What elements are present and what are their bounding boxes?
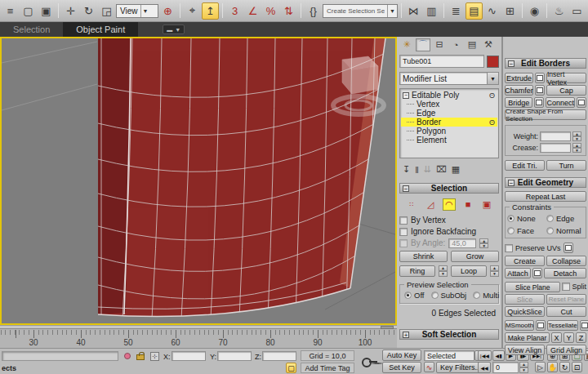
status-bulb-icon[interactable] [124, 353, 131, 359]
preview-subobj-radio[interactable]: SubObj [431, 291, 467, 300]
ring-button[interactable]: Ring [399, 265, 435, 277]
create-button[interactable]: Create [505, 256, 545, 266]
attach-button[interactable]: Attach [505, 268, 531, 278]
constraint-edge-radio[interactable]: Edge [546, 214, 574, 223]
bridge-settings-button[interactable] [534, 97, 544, 108]
align-icon[interactable]: ▥ [423, 2, 440, 20]
pan-icon[interactable]: ✋ [547, 362, 558, 372]
preview-multi-radio[interactable]: Multi [473, 291, 499, 300]
planar-y-button[interactable]: Y [564, 332, 574, 343]
constraint-normal-radio[interactable]: Normal [546, 226, 581, 235]
schematic-view-icon[interactable]: ⊞ [501, 2, 519, 20]
stack-item-polygon[interactable]: Polygon [401, 127, 497, 136]
selection-lock-icon[interactable] [136, 354, 145, 360]
layer-manager-icon[interactable]: ≣ [448, 2, 465, 20]
grow-button[interactable]: Grow [451, 251, 499, 262]
preserve-uvs-settings-button[interactable] [564, 243, 573, 253]
connect-settings-button[interactable] [577, 97, 586, 108]
rectangular-selection-region-icon[interactable]: ▢ [20, 2, 37, 20]
preview-off-radio[interactable]: Off [404, 291, 425, 300]
auto-key-button[interactable]: Auto Key [382, 350, 421, 361]
planar-z-button[interactable]: Z [576, 332, 586, 343]
snaps-toggle-3d-icon[interactable]: 3 [226, 2, 243, 20]
crease-spinner[interactable]: ▲▼ [572, 143, 581, 153]
ring-spinner[interactable]: ▲▼ [439, 265, 448, 277]
hierarchy-tab-icon[interactable]: ⊟ [432, 38, 447, 51]
track-bar-handle[interactable] [381, 326, 394, 329]
quickslice-button[interactable]: QuickSlice [505, 306, 545, 317]
polygon-mode-icon[interactable]: ■ [461, 198, 474, 211]
slice-button[interactable]: Slice [505, 294, 545, 305]
graphite-ribbon-toggle-icon[interactable]: ▤ [466, 2, 483, 20]
frame-spinner[interactable]: ▲▼ [519, 362, 528, 373]
reset-plane-button[interactable]: Reset Plane [546, 294, 586, 305]
select-and-manipulate-icon[interactable]: ⌖ [184, 2, 201, 20]
edit-named-selection-sets-icon[interactable]: {} [305, 2, 322, 20]
constraint-none-radio[interactable]: None [507, 214, 546, 223]
tessellate-settings-button[interactable] [580, 320, 588, 331]
motion-tab-icon[interactable]: ◔ [448, 38, 463, 51]
create-tab-icon[interactable]: ✳ [399, 38, 414, 51]
edit-tri-button[interactable]: Edit Tri. [505, 160, 545, 171]
field-of-view-icon[interactable]: ▷ [535, 362, 546, 372]
stack-item-element[interactable]: Element [401, 136, 497, 145]
loop-spinner[interactable]: ▲▼ [490, 265, 499, 277]
reference-coordinate-dropdown[interactable]: View ▼ [116, 4, 158, 18]
turn-button[interactable]: Turn [546, 160, 586, 171]
edge-mode-icon[interactable]: ◿ [424, 198, 437, 211]
orbit-icon[interactable]: ↻ [559, 362, 570, 372]
angle-snap-icon[interactable]: ∠ [244, 2, 261, 20]
y-coordinate-field[interactable] [217, 351, 252, 361]
absolute-offset-toggle-icon[interactable]: ⊹ [150, 352, 159, 361]
collapse-icon[interactable]: − [403, 92, 409, 99]
select-and-move-icon[interactable]: ✛ [62, 2, 79, 20]
show-end-result-icon[interactable]: ‖ [415, 165, 419, 175]
extrude-settings-button[interactable] [535, 73, 545, 83]
named-selection-set-dropdown[interactable]: Create Selection Se ▼ [323, 4, 398, 18]
border-mode-icon[interactable]: ◠ [443, 198, 456, 211]
repeat-last-button[interactable]: Repeat Last [505, 191, 586, 202]
soft-selection-rollout-header[interactable]: + Soft Selection [399, 329, 499, 340]
element-mode-icon[interactable]: ▣ [480, 198, 493, 211]
x-coordinate-field[interactable] [172, 351, 206, 361]
chamfer-button[interactable]: Chamfer [505, 85, 533, 96]
viewport-canvas[interactable] [2, 38, 395, 323]
previous-frame-icon[interactable]: ◀▮ [492, 350, 505, 361]
select-by-name-icon[interactable]: ≡ [2, 2, 19, 20]
make-unique-icon[interactable]: ⇊ [424, 164, 431, 175]
utilities-tab-icon[interactable]: ⚒ [481, 38, 496, 51]
by-angle-field[interactable]: 45,0 [448, 238, 476, 248]
selection-rollout-header[interactable]: − Selection [399, 183, 499, 194]
maximize-viewport-icon[interactable]: ⊡ [572, 362, 582, 372]
modifier-list-dropdown[interactable]: Modifier List ▼ [399, 72, 499, 85]
ribbon-minimize-dropdown[interactable]: ▬ ▼ [163, 24, 185, 34]
view-align-button[interactable]: View Align [505, 345, 545, 355]
use-pivot-point-center-icon[interactable]: ⊕ [159, 2, 176, 20]
edit-geometry-rollout-header[interactable]: − Edit Geometry [505, 177, 586, 188]
set-key-button[interactable]: Set Key [382, 362, 421, 373]
split-checkbox[interactable] [562, 283, 570, 291]
connect-button[interactable]: Connect [546, 97, 575, 108]
z-coordinate-field[interactable] [262, 351, 296, 361]
weight-spinner[interactable]: ▲▼ [572, 131, 581, 141]
ignore-backfacing-checkbox[interactable] [399, 228, 408, 236]
cut-button[interactable]: Cut [546, 306, 586, 317]
grid-align-button[interactable]: Grid Align [546, 345, 586, 355]
by-angle-checkbox[interactable] [399, 239, 408, 247]
cap-button[interactable]: Cap [546, 85, 586, 96]
by-angle-spinner[interactable]: ▲▼ [479, 238, 488, 248]
set-keys-key-icon[interactable] [359, 350, 380, 372]
percent-snap-icon[interactable]: % [262, 2, 279, 20]
chamfer-settings-button[interactable] [535, 85, 545, 96]
tessellate-button[interactable]: Tessellate [547, 320, 578, 331]
edit-borders-rollout-header[interactable]: − Edit Borders [505, 58, 586, 69]
add-time-tag[interactable]: Add Time Tag [301, 363, 354, 373]
object-name-field[interactable]: Tube001 [399, 55, 484, 68]
isolate-cube-toggle-icon[interactable]: ▢ [286, 363, 296, 373]
select-and-scale-icon[interactable]: ◲ [98, 2, 115, 20]
material-editor-icon[interactable]: ◉ [526, 2, 543, 20]
default-in-out-tangent-icon[interactable]: ∿ [424, 362, 434, 372]
loop-button[interactable]: Loop [451, 265, 487, 277]
configure-modifier-sets-icon[interactable]: ▦ [452, 164, 460, 175]
go-to-start-icon[interactable]: |◀◀ [478, 350, 492, 361]
